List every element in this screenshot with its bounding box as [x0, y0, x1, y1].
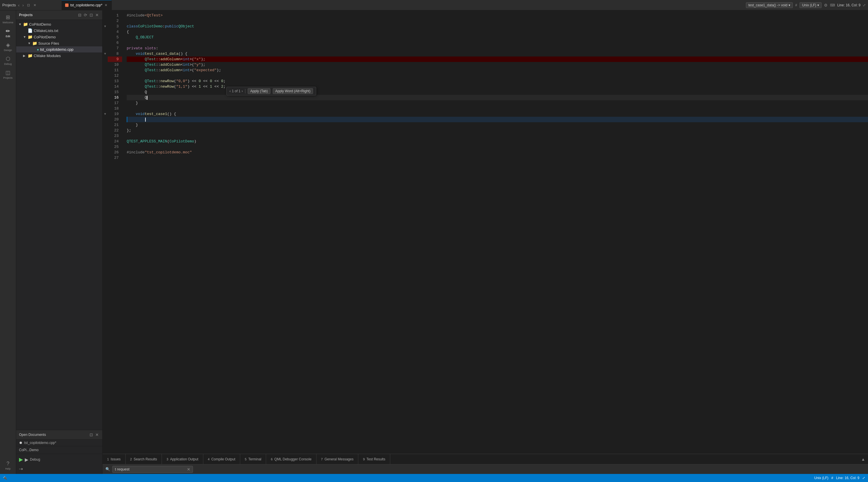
- linenum-18: 18: [108, 106, 122, 111]
- linenum-26: 26: [108, 150, 122, 155]
- linenum-1: 1: [108, 13, 122, 18]
- tree-item-source-files[interactable]: ▼ 📁 Source Files: [16, 40, 102, 47]
- encoding-label: Unix (LF): [802, 3, 816, 7]
- code-line-13[interactable]: QTest::newRow("0,0") << 0 << 0 << 0;: [127, 78, 868, 84]
- code-line-26[interactable]: #include "tst_copilotdemo.moc": [127, 150, 868, 155]
- nav-forward-btn[interactable]: ›: [21, 2, 25, 8]
- activity-design[interactable]: ◈ Design: [2, 40, 14, 53]
- bottom-tab-search[interactable]: 2 Search Results: [126, 454, 162, 464]
- compile-label: Compile Output: [211, 457, 235, 461]
- activity-welcome[interactable]: ⊞ Welcome: [2, 13, 14, 25]
- autocomplete-next-btn[interactable]: ›: [242, 89, 243, 93]
- tree-arrow-icon: ▼: [19, 23, 22, 26]
- bottom-panel-expand-btn[interactable]: ▲: [858, 454, 868, 464]
- status-expand[interactable]: ⤢: [862, 476, 865, 480]
- search-input-wrap[interactable]: ✕: [112, 466, 193, 473]
- code-line-2[interactable]: [127, 18, 868, 24]
- bottom-tab-qml[interactable]: 6 QML Debugger Console: [266, 454, 316, 464]
- status-hash[interactable]: #: [831, 476, 833, 480]
- bottom-tab-issues[interactable]: 1 Issues: [102, 454, 126, 464]
- debug-run-btn[interactable]: ▶: [25, 457, 28, 462]
- code-line-22[interactable]: };: [127, 128, 868, 133]
- edit-icon: ✏: [6, 28, 10, 34]
- nav-back-btn[interactable]: ‹: [17, 2, 21, 8]
- code-line-23[interactable]: [127, 133, 868, 139]
- activity-debug[interactable]: ⬡ Debug: [2, 54, 14, 67]
- activity-help[interactable]: ? Help: [2, 459, 14, 472]
- filter-btn[interactable]: ⊟: [78, 12, 82, 18]
- bottom-tab-test[interactable]: 9 Test Results: [358, 454, 390, 464]
- code-line-17[interactable]: }: [127, 100, 868, 106]
- close-btn[interactable]: ✕: [32, 3, 37, 8]
- autocomplete-prev-btn[interactable]: ‹: [229, 89, 231, 93]
- linenum-9: 9: [108, 57, 122, 62]
- fold-19[interactable]: ▼: [102, 111, 108, 117]
- status-encoding[interactable]: Unix (LF): [814, 476, 828, 480]
- expand-icon[interactable]: ⤢: [863, 3, 866, 7]
- attach-btn[interactable]: ⇢: [19, 466, 23, 472]
- status-line-info[interactable]: Line: 16, Col: 9: [836, 476, 859, 480]
- open-docs-split-btn[interactable]: ⊡: [89, 432, 94, 437]
- function-selector[interactable]: test_case1_data() -> void ▾: [746, 2, 793, 8]
- cpp-file-icon: [65, 3, 68, 7]
- code-line-12[interactable]: [127, 73, 868, 78]
- code-line-16[interactable]: Q: [127, 95, 868, 100]
- tab-close-btn[interactable]: ✕: [104, 3, 108, 7]
- code-line-25[interactable]: [127, 144, 868, 150]
- bottom-tab-appoutput[interactable]: 3 Application Output: [162, 454, 203, 464]
- autocomplete-apply-word-btn[interactable]: Apply Word (Alt+Right): [273, 88, 313, 94]
- code-line-6[interactable]: [127, 40, 868, 46]
- code-line-21[interactable]: }: [127, 122, 868, 128]
- code-line-5[interactable]: Q_OBJECT: [127, 35, 868, 40]
- settings-icon[interactable]: ⚙: [824, 3, 828, 7]
- search-input[interactable]: [115, 467, 185, 471]
- code-line-19[interactable]: void test_case1() {: [127, 111, 868, 117]
- code-line-24[interactable]: QTEST_APPLESS_MAIN(CoPilotDemo): [127, 139, 868, 144]
- open-docs-item-label: tst_copilotdemo.cpp*: [24, 441, 56, 445]
- autocomplete-popup: ‹ 1 of 1 › Apply (Tab) Apply Word (Alt+R…: [226, 87, 316, 95]
- code-line-3[interactable]: class CoPilotDemo : public QObject: [127, 24, 868, 29]
- code-editor[interactable]: ▼ ▼ ▼: [102, 10, 868, 454]
- run-btn[interactable]: ▶: [19, 456, 23, 463]
- code-line-8[interactable]: void test_case1_data() {: [127, 51, 868, 57]
- status-connect-icon[interactable]: 🔌: [3, 476, 7, 480]
- code-line-10[interactable]: QTest::addColumn<int>("y");: [127, 62, 868, 67]
- code-line-27[interactable]: [127, 155, 868, 161]
- tree-item-tst-cpp[interactable]: ● tst_copilotdemo.cpp: [16, 47, 102, 53]
- code-line-11[interactable]: QTest::addColumn<int>("expected");: [127, 67, 868, 73]
- fold-8[interactable]: ▼: [102, 51, 108, 57]
- code-line-7[interactable]: private slots:: [127, 46, 868, 51]
- code-line-18[interactable]: [127, 106, 868, 111]
- autocomplete-apply-tab-btn[interactable]: Apply (Tab): [248, 88, 271, 94]
- fold-13: [102, 78, 108, 84]
- open-docs-item-tst[interactable]: tst_copilotdemo.cpp*: [16, 440, 102, 446]
- code-line-9[interactable]: QTest::addColumn<int>("x");: [127, 57, 868, 62]
- bottom-tab-general[interactable]: 7 General Messages: [316, 454, 359, 464]
- top-bar-right: test_case1_data() -> void ▾ # Unix (LF) …: [746, 2, 866, 8]
- bottom-tab-compile[interactable]: 4 Compile Output: [203, 454, 241, 464]
- linenum-8: 8: [108, 51, 122, 57]
- activity-edit[interactable]: ✏ Edit: [2, 27, 14, 39]
- encoding-selector[interactable]: Unix (LF) ▾: [800, 2, 822, 8]
- open-docs-close-btn[interactable]: ✕: [95, 432, 99, 437]
- bottom-tab-terminal[interactable]: 5 Terminal: [240, 454, 266, 464]
- sync-btn[interactable]: ⟳: [83, 12, 88, 18]
- close-panel-btn[interactable]: ✕: [95, 12, 99, 18]
- split-editor-btn[interactable]: ⊡: [26, 3, 31, 8]
- code-lines[interactable]: #include <QtTest> class CoPilotDemo : pu…: [122, 10, 868, 454]
- tree-item-cmake-modules[interactable]: ▶ 📁 CMake Modules: [16, 53, 102, 59]
- tree-item-cmakelists[interactable]: 📄 CMakeLists.txt: [16, 27, 102, 34]
- activity-projects[interactable]: ◫ Projects: [2, 68, 14, 81]
- open-docs-header: Open Documents ⊡ ✕: [16, 430, 102, 440]
- split-btn[interactable]: ⊡: [89, 12, 94, 18]
- code-line-1[interactable]: #include <QtTest>: [127, 13, 868, 18]
- code-line-4[interactable]: {: [127, 29, 868, 35]
- fold-3[interactable]: ▼: [102, 24, 108, 29]
- code-line-20[interactable]: [127, 117, 868, 122]
- tree-item-copilotdemo-root[interactable]: ▼ 📁 CoPilotDemo: [16, 21, 102, 27]
- projects-label[interactable]: Projects: [2, 3, 16, 7]
- tree-item-copilotdemo-folder[interactable]: ▼ 📁 CoPilotDemo: [16, 34, 102, 40]
- tab-tst-copilotdemo[interactable]: tst_copilotdemo.cpp* ✕: [62, 0, 112, 10]
- appoutput-label: Application Output: [170, 457, 198, 461]
- search-clear-btn[interactable]: ✕: [187, 467, 190, 472]
